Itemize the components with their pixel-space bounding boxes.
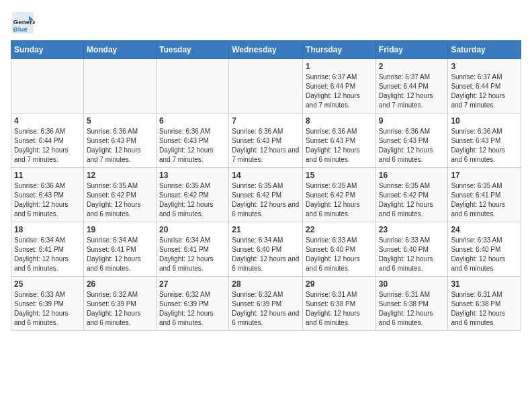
calendar-cell: 8Sunrise: 6:36 AM Sunset: 6:43 PM Daylig… <box>303 113 376 168</box>
calendar-cell: 14Sunrise: 6:35 AM Sunset: 6:42 PM Dayli… <box>229 168 303 222</box>
day-info: Sunrise: 6:36 AM Sunset: 6:43 PM Dayligh… <box>379 127 445 165</box>
calendar-cell: 15Sunrise: 6:35 AM Sunset: 6:42 PM Dayli… <box>303 168 376 222</box>
day-info: Sunrise: 6:34 AM Sunset: 6:40 PM Dayligh… <box>232 236 300 273</box>
day-info: Sunrise: 6:37 AM Sunset: 6:44 PM Dayligh… <box>379 73 445 110</box>
page-header: General Blue <box>11 11 521 35</box>
day-info: Sunrise: 6:35 AM Sunset: 6:42 PM Dayligh… <box>87 181 153 219</box>
calendar-table: SundayMondayTuesdayWednesdayThursdayFrid… <box>11 40 521 331</box>
calendar-cell: 21Sunrise: 6:34 AM Sunset: 6:40 PM Dayli… <box>229 222 303 277</box>
calendar-cell: 23Sunrise: 6:33 AM Sunset: 6:40 PM Dayli… <box>375 222 448 277</box>
calendar-cell: 18Sunrise: 6:34 AM Sunset: 6:41 PM Dayli… <box>11 222 84 277</box>
day-info: Sunrise: 6:33 AM Sunset: 6:40 PM Dayligh… <box>306 236 373 273</box>
logo: General Blue <box>11 11 38 35</box>
svg-text:Blue: Blue <box>13 26 28 33</box>
day-number: 10 <box>451 116 518 126</box>
day-info: Sunrise: 6:33 AM Sunset: 6:40 PM Dayligh… <box>379 236 445 273</box>
calendar-cell: 25Sunrise: 6:33 AM Sunset: 6:39 PM Dayli… <box>11 277 84 331</box>
day-number: 14 <box>232 171 300 180</box>
day-info: Sunrise: 6:35 AM Sunset: 6:42 PM Dayligh… <box>159 181 226 219</box>
calendar-cell: 29Sunrise: 6:31 AM Sunset: 6:38 PM Dayli… <box>303 277 376 331</box>
day-info: Sunrise: 6:35 AM Sunset: 6:42 PM Dayligh… <box>379 181 445 219</box>
calendar-cell: 9Sunrise: 6:36 AM Sunset: 6:43 PM Daylig… <box>375 113 448 168</box>
calendar-cell: 13Sunrise: 6:35 AM Sunset: 6:42 PM Dayli… <box>156 168 228 222</box>
day-info: Sunrise: 6:36 AM Sunset: 6:44 PM Dayligh… <box>14 127 81 165</box>
header-sunday: Sunday <box>11 41 84 59</box>
day-info: Sunrise: 6:35 AM Sunset: 6:42 PM Dayligh… <box>306 181 373 219</box>
calendar-cell: 20Sunrise: 6:34 AM Sunset: 6:41 PM Dayli… <box>156 222 228 277</box>
day-number: 8 <box>306 116 373 126</box>
calendar-week-2: 4Sunrise: 6:36 AM Sunset: 6:44 PM Daylig… <box>11 113 521 168</box>
calendar-cell: 24Sunrise: 6:33 AM Sunset: 6:40 PM Dayli… <box>448 222 521 277</box>
header-thursday: Thursday <box>303 41 376 59</box>
day-number: 6 <box>159 116 226 126</box>
calendar-body: 1Sunrise: 6:37 AM Sunset: 6:44 PM Daylig… <box>11 59 521 331</box>
day-number: 11 <box>14 171 81 180</box>
day-number: 26 <box>87 279 153 289</box>
calendar-cell: 22Sunrise: 6:33 AM Sunset: 6:40 PM Dayli… <box>303 222 376 277</box>
day-number: 28 <box>232 279 300 289</box>
day-info: Sunrise: 6:36 AM Sunset: 6:43 PM Dayligh… <box>87 127 153 165</box>
day-info: Sunrise: 6:36 AM Sunset: 6:43 PM Dayligh… <box>306 127 373 165</box>
calendar-cell: 26Sunrise: 6:32 AM Sunset: 6:39 PM Dayli… <box>83 277 156 331</box>
calendar-cell <box>11 59 84 113</box>
day-number: 24 <box>451 225 518 234</box>
logo-icon: General Blue <box>11 11 35 35</box>
calendar-cell: 12Sunrise: 6:35 AM Sunset: 6:42 PM Dayli… <box>83 168 156 222</box>
calendar-cell: 30Sunrise: 6:31 AM Sunset: 6:38 PM Dayli… <box>375 277 448 331</box>
day-info: Sunrise: 6:36 AM Sunset: 6:43 PM Dayligh… <box>14 181 81 219</box>
day-info: Sunrise: 6:32 AM Sunset: 6:39 PM Dayligh… <box>159 290 226 328</box>
day-number: 18 <box>14 225 81 234</box>
header-tuesday: Tuesday <box>156 41 228 59</box>
day-info: Sunrise: 6:37 AM Sunset: 6:44 PM Dayligh… <box>451 73 518 110</box>
day-number: 25 <box>14 279 81 289</box>
calendar-cell: 27Sunrise: 6:32 AM Sunset: 6:39 PM Dayli… <box>156 277 228 331</box>
header-friday: Friday <box>375 41 448 59</box>
header-saturday: Saturday <box>448 41 521 59</box>
day-number: 13 <box>159 171 226 180</box>
day-number: 20 <box>159 225 226 234</box>
day-number: 4 <box>14 116 81 126</box>
day-number: 17 <box>451 171 518 180</box>
day-number: 16 <box>379 171 445 180</box>
header-monday: Monday <box>83 41 156 59</box>
calendar-cell: 5Sunrise: 6:36 AM Sunset: 6:43 PM Daylig… <box>83 113 156 168</box>
day-number: 3 <box>451 62 518 71</box>
day-number: 15 <box>306 171 373 180</box>
day-info: Sunrise: 6:37 AM Sunset: 6:44 PM Dayligh… <box>306 73 373 110</box>
day-info: Sunrise: 6:36 AM Sunset: 6:43 PM Dayligh… <box>159 127 226 165</box>
calendar-cell: 2Sunrise: 6:37 AM Sunset: 6:44 PM Daylig… <box>375 59 448 113</box>
calendar-cell: 31Sunrise: 6:31 AM Sunset: 6:38 PM Dayli… <box>448 277 521 331</box>
day-number: 23 <box>379 225 445 234</box>
calendar-cell <box>229 59 303 113</box>
day-info: Sunrise: 6:33 AM Sunset: 6:40 PM Dayligh… <box>451 236 518 273</box>
calendar-week-3: 11Sunrise: 6:36 AM Sunset: 6:43 PM Dayli… <box>11 168 521 222</box>
calendar-cell: 7Sunrise: 6:36 AM Sunset: 6:43 PM Daylig… <box>229 113 303 168</box>
day-info: Sunrise: 6:35 AM Sunset: 6:42 PM Dayligh… <box>232 181 300 219</box>
day-number: 5 <box>87 116 153 126</box>
day-info: Sunrise: 6:36 AM Sunset: 6:43 PM Dayligh… <box>451 127 518 165</box>
day-info: Sunrise: 6:32 AM Sunset: 6:39 PM Dayligh… <box>87 290 153 328</box>
calendar-cell <box>156 59 228 113</box>
day-info: Sunrise: 6:35 AM Sunset: 6:41 PM Dayligh… <box>451 181 518 219</box>
calendar-cell: 28Sunrise: 6:32 AM Sunset: 6:39 PM Dayli… <box>229 277 303 331</box>
day-number: 1 <box>306 62 373 71</box>
day-number: 30 <box>379 279 445 289</box>
day-info: Sunrise: 6:31 AM Sunset: 6:38 PM Dayligh… <box>306 290 373 328</box>
day-info: Sunrise: 6:34 AM Sunset: 6:41 PM Dayligh… <box>159 236 226 273</box>
day-number: 12 <box>87 171 153 180</box>
day-number: 27 <box>159 279 226 289</box>
day-info: Sunrise: 6:32 AM Sunset: 6:39 PM Dayligh… <box>232 290 300 328</box>
day-info: Sunrise: 6:33 AM Sunset: 6:39 PM Dayligh… <box>14 290 81 328</box>
day-number: 29 <box>306 279 373 289</box>
day-number: 19 <box>87 225 153 234</box>
calendar-cell: 11Sunrise: 6:36 AM Sunset: 6:43 PM Dayli… <box>11 168 84 222</box>
calendar-cell: 4Sunrise: 6:36 AM Sunset: 6:44 PM Daylig… <box>11 113 84 168</box>
day-number: 21 <box>232 225 300 234</box>
calendar-cell: 3Sunrise: 6:37 AM Sunset: 6:44 PM Daylig… <box>448 59 521 113</box>
day-number: 22 <box>306 225 373 234</box>
day-info: Sunrise: 6:31 AM Sunset: 6:38 PM Dayligh… <box>379 290 445 328</box>
calendar-cell: 19Sunrise: 6:34 AM Sunset: 6:41 PM Dayli… <box>83 222 156 277</box>
calendar-header: SundayMondayTuesdayWednesdayThursdayFrid… <box>11 41 521 59</box>
calendar-week-5: 25Sunrise: 6:33 AM Sunset: 6:39 PM Dayli… <box>11 277 521 331</box>
calendar-cell: 1Sunrise: 6:37 AM Sunset: 6:44 PM Daylig… <box>303 59 376 113</box>
